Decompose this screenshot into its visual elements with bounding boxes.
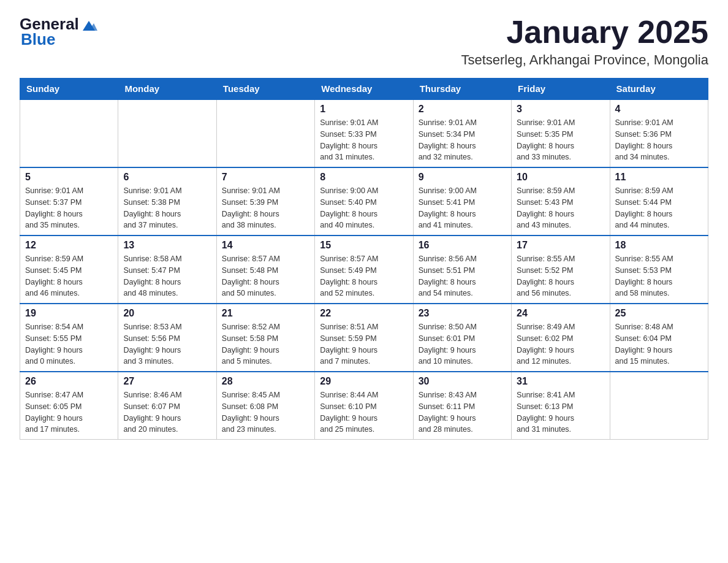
calendar-cell: 25Sunrise: 8:48 AMSunset: 6:04 PMDayligh… bbox=[610, 304, 708, 372]
day-number: 14 bbox=[222, 240, 309, 251]
calendar-cell: 28Sunrise: 8:45 AMSunset: 6:08 PMDayligh… bbox=[216, 372, 314, 440]
day-info: Sunrise: 8:59 AMSunset: 5:43 PMDaylight:… bbox=[517, 185, 604, 231]
calendar-cell bbox=[216, 99, 314, 167]
weekday-header-tuesday: Tuesday bbox=[216, 79, 314, 100]
calendar-cell: 7Sunrise: 9:01 AMSunset: 5:39 PMDaylight… bbox=[216, 167, 314, 236]
day-info: Sunrise: 8:52 AMSunset: 5:58 PMDaylight:… bbox=[222, 321, 309, 367]
day-number: 9 bbox=[419, 172, 506, 183]
day-info: Sunrise: 8:56 AMSunset: 5:51 PMDaylight:… bbox=[419, 253, 506, 299]
calendar-cell: 5Sunrise: 9:01 AMSunset: 5:37 PMDaylight… bbox=[20, 167, 118, 236]
day-number: 13 bbox=[123, 240, 211, 251]
day-info: Sunrise: 9:01 AMSunset: 5:36 PMDaylight:… bbox=[615, 117, 703, 163]
calendar-cell: 23Sunrise: 8:50 AMSunset: 6:01 PMDayligh… bbox=[413, 304, 511, 372]
weekday-header-friday: Friday bbox=[512, 79, 610, 100]
calendar: SundayMondayTuesdayWednesdayThursdayFrid… bbox=[20, 78, 708, 440]
day-info: Sunrise: 8:41 AMSunset: 6:13 PMDaylight:… bbox=[517, 389, 604, 435]
day-number: 25 bbox=[615, 308, 703, 319]
week-row-5: 26Sunrise: 8:47 AMSunset: 6:05 PMDayligh… bbox=[20, 372, 708, 440]
day-number: 16 bbox=[419, 240, 506, 251]
day-number: 26 bbox=[25, 376, 113, 387]
calendar-cell: 14Sunrise: 8:57 AMSunset: 5:48 PMDayligh… bbox=[216, 236, 314, 304]
calendar-cell: 8Sunrise: 9:00 AMSunset: 5:40 PMDaylight… bbox=[315, 167, 413, 236]
day-number: 17 bbox=[517, 240, 604, 251]
day-number: 27 bbox=[123, 376, 211, 387]
day-info: Sunrise: 8:55 AMSunset: 5:53 PMDaylight:… bbox=[615, 253, 703, 299]
subtitle: Tsetserleg, Arkhangai Province, Mongolia bbox=[461, 52, 708, 68]
calendar-cell: 19Sunrise: 8:54 AMSunset: 5:55 PMDayligh… bbox=[20, 304, 118, 372]
logo-blue: Blue bbox=[21, 30, 55, 49]
day-number: 10 bbox=[517, 172, 604, 183]
calendar-cell: 3Sunrise: 9:01 AMSunset: 5:35 PMDaylight… bbox=[512, 99, 610, 167]
day-number: 1 bbox=[320, 104, 408, 115]
calendar-cell: 10Sunrise: 8:59 AMSunset: 5:43 PMDayligh… bbox=[512, 167, 610, 236]
logo: General Blue bbox=[20, 15, 97, 49]
calendar-cell bbox=[610, 372, 708, 440]
day-info: Sunrise: 8:45 AMSunset: 6:08 PMDaylight:… bbox=[222, 389, 309, 435]
day-info: Sunrise: 8:48 AMSunset: 6:04 PMDaylight:… bbox=[615, 321, 703, 367]
day-number: 23 bbox=[419, 308, 506, 319]
day-number: 19 bbox=[25, 308, 113, 319]
main-title: January 2025 bbox=[461, 15, 708, 50]
day-number: 24 bbox=[517, 308, 604, 319]
calendar-cell: 17Sunrise: 8:55 AMSunset: 5:52 PMDayligh… bbox=[512, 236, 610, 304]
calendar-cell: 13Sunrise: 8:58 AMSunset: 5:47 PMDayligh… bbox=[118, 236, 216, 304]
day-number: 22 bbox=[320, 308, 408, 319]
calendar-cell: 18Sunrise: 8:55 AMSunset: 5:53 PMDayligh… bbox=[610, 236, 708, 304]
day-number: 4 bbox=[615, 104, 703, 115]
day-info: Sunrise: 9:01 AMSunset: 5:33 PMDaylight:… bbox=[320, 117, 408, 163]
calendar-cell: 24Sunrise: 8:49 AMSunset: 6:02 PMDayligh… bbox=[512, 304, 610, 372]
day-info: Sunrise: 8:57 AMSunset: 5:48 PMDaylight:… bbox=[222, 253, 309, 299]
logo-icon bbox=[80, 16, 97, 33]
day-number: 11 bbox=[615, 172, 703, 183]
day-info: Sunrise: 8:57 AMSunset: 5:49 PMDaylight:… bbox=[320, 253, 408, 299]
weekday-header-row: SundayMondayTuesdayWednesdayThursdayFrid… bbox=[20, 79, 708, 100]
week-row-2: 5Sunrise: 9:01 AMSunset: 5:37 PMDaylight… bbox=[20, 167, 708, 236]
day-number: 15 bbox=[320, 240, 408, 251]
day-number: 6 bbox=[123, 172, 211, 183]
header: General Blue January 2025 Tsetserleg, Ar… bbox=[20, 15, 708, 68]
day-info: Sunrise: 9:01 AMSunset: 5:35 PMDaylight:… bbox=[517, 117, 604, 163]
weekday-header-monday: Monday bbox=[118, 79, 216, 100]
day-info: Sunrise: 9:00 AMSunset: 5:41 PMDaylight:… bbox=[419, 185, 506, 231]
title-section: January 2025 Tsetserleg, Arkhangai Provi… bbox=[461, 15, 708, 68]
day-info: Sunrise: 9:01 AMSunset: 5:37 PMDaylight:… bbox=[25, 185, 113, 231]
day-number: 3 bbox=[517, 104, 604, 115]
day-number: 20 bbox=[123, 308, 211, 319]
calendar-cell: 31Sunrise: 8:41 AMSunset: 6:13 PMDayligh… bbox=[512, 372, 610, 440]
day-info: Sunrise: 8:50 AMSunset: 6:01 PMDaylight:… bbox=[419, 321, 506, 367]
day-info: Sunrise: 8:59 AMSunset: 5:45 PMDaylight:… bbox=[25, 253, 113, 299]
day-number: 21 bbox=[222, 308, 309, 319]
day-number: 30 bbox=[419, 376, 506, 387]
calendar-cell: 27Sunrise: 8:46 AMSunset: 6:07 PMDayligh… bbox=[118, 372, 216, 440]
day-info: Sunrise: 9:01 AMSunset: 5:39 PMDaylight:… bbox=[222, 185, 309, 231]
day-number: 7 bbox=[222, 172, 309, 183]
calendar-cell: 26Sunrise: 8:47 AMSunset: 6:05 PMDayligh… bbox=[20, 372, 118, 440]
weekday-header-thursday: Thursday bbox=[413, 79, 511, 100]
weekday-header-saturday: Saturday bbox=[610, 79, 708, 100]
calendar-cell: 4Sunrise: 9:01 AMSunset: 5:36 PMDaylight… bbox=[610, 99, 708, 167]
day-number: 28 bbox=[222, 376, 309, 387]
weekday-header-sunday: Sunday bbox=[20, 79, 118, 100]
day-number: 29 bbox=[320, 376, 408, 387]
day-info: Sunrise: 8:59 AMSunset: 5:44 PMDaylight:… bbox=[615, 185, 703, 231]
day-info: Sunrise: 8:58 AMSunset: 5:47 PMDaylight:… bbox=[123, 253, 211, 299]
day-info: Sunrise: 8:44 AMSunset: 6:10 PMDaylight:… bbox=[320, 389, 408, 435]
calendar-cell: 29Sunrise: 8:44 AMSunset: 6:10 PMDayligh… bbox=[315, 372, 413, 440]
day-number: 5 bbox=[25, 172, 113, 183]
day-info: Sunrise: 8:49 AMSunset: 6:02 PMDaylight:… bbox=[517, 321, 604, 367]
calendar-cell: 1Sunrise: 9:01 AMSunset: 5:33 PMDaylight… bbox=[315, 99, 413, 167]
day-number: 12 bbox=[25, 240, 113, 251]
calendar-cell: 2Sunrise: 9:01 AMSunset: 5:34 PMDaylight… bbox=[413, 99, 511, 167]
day-info: Sunrise: 9:01 AMSunset: 5:38 PMDaylight:… bbox=[123, 185, 211, 231]
day-info: Sunrise: 8:43 AMSunset: 6:11 PMDaylight:… bbox=[419, 389, 506, 435]
calendar-cell: 30Sunrise: 8:43 AMSunset: 6:11 PMDayligh… bbox=[413, 372, 511, 440]
day-info: Sunrise: 8:51 AMSunset: 5:59 PMDaylight:… bbox=[320, 321, 408, 367]
calendar-cell: 22Sunrise: 8:51 AMSunset: 5:59 PMDayligh… bbox=[315, 304, 413, 372]
day-info: Sunrise: 9:01 AMSunset: 5:34 PMDaylight:… bbox=[419, 117, 506, 163]
day-number: 2 bbox=[419, 104, 506, 115]
week-row-4: 19Sunrise: 8:54 AMSunset: 5:55 PMDayligh… bbox=[20, 304, 708, 372]
day-info: Sunrise: 8:47 AMSunset: 6:05 PMDaylight:… bbox=[25, 389, 113, 435]
calendar-cell bbox=[20, 99, 118, 167]
weekday-header-wednesday: Wednesday bbox=[315, 79, 413, 100]
day-info: Sunrise: 8:53 AMSunset: 5:56 PMDaylight:… bbox=[123, 321, 211, 367]
